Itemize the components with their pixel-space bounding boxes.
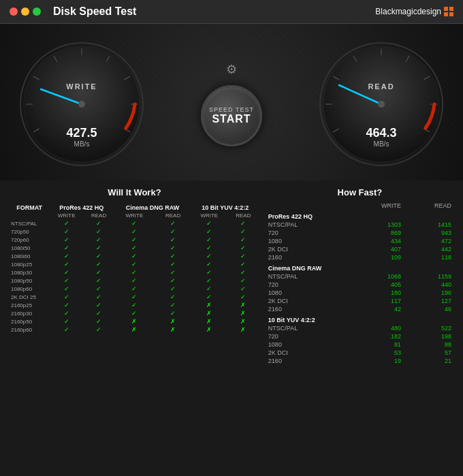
speed-write-value: 480	[347, 324, 403, 332]
speed-write-value: 42	[347, 305, 403, 313]
speed-data-row: 1080 434 472	[266, 237, 453, 245]
speed-section-header: 10 Bit YUV 4:2:2	[266, 313, 453, 324]
speed-label: 2K DCI	[266, 245, 347, 253]
speed-label: NTSC/PAL	[266, 272, 347, 281]
speed-read-value: 472	[403, 237, 453, 245]
table-row: 1080p30✓✓✓✓✓✓	[10, 268, 259, 276]
svg-text:464.3: 464.3	[366, 126, 396, 140]
settings-icon[interactable]: ⚙	[226, 62, 237, 77]
speed-read-value: 943	[403, 229, 453, 237]
svg-text:427.5: 427.5	[66, 126, 97, 140]
check-cell: ✓	[227, 219, 259, 227]
check-cell: ✓	[49, 326, 83, 334]
speed-read-header: READ	[403, 202, 453, 210]
check-cell: ✓	[84, 301, 114, 309]
svg-text:WRITE: WRITE	[66, 82, 97, 91]
check-cell: ✓	[84, 276, 114, 285]
speed-label: NTSC/PAL	[266, 324, 347, 332]
cross-cell: ✗	[227, 317, 259, 326]
compat-col-headers: WRITE READ WRITE READ WRITE READ	[10, 212, 259, 219]
center-controls: ⚙ SPEED TEST START	[201, 62, 262, 146]
check-cell: ✓	[84, 309, 114, 317]
check-cell: ✓	[155, 244, 191, 252]
format-cell: 720p50	[10, 227, 49, 236]
speed-table: WRITE READ ProRes 422 HQ NTSC/PAL 1303 1…	[266, 202, 453, 365]
check-cell: ✓	[191, 285, 227, 293]
check-cell: ✓	[84, 236, 114, 244]
app-title: Disk Speed Test	[53, 5, 136, 18]
speed-label: 2160	[266, 305, 347, 313]
start-button[interactable]: SPEED TEST START	[201, 85, 262, 146]
check-cell: ✓	[155, 309, 191, 317]
speed-label: 720	[266, 229, 347, 237]
table-row: 2K DCI 25✓✓✓✓✓✓	[10, 293, 259, 301]
speed-data-row: 2160 109 118	[266, 253, 453, 261]
compat-table: FORMAT ProRes 422 HQ Cinema DNG RAW 10 B…	[10, 202, 259, 334]
format-cell: 2K DCI 25	[10, 293, 49, 301]
speed-label: 2K DCI	[266, 349, 347, 357]
format-cell: 1080i60	[10, 252, 49, 260]
check-cell: ✓	[114, 252, 155, 260]
speed-data-row: 2160 19 21	[266, 357, 453, 365]
minimize-button[interactable]	[21, 7, 29, 16]
check-cell: ✓	[49, 317, 83, 326]
cross-cell: ✗	[191, 301, 227, 309]
table-row: 2160p50✓✓✗✗✗✗	[10, 317, 259, 326]
speed-data-row: 1080 180 196	[266, 289, 453, 297]
speed-write-value: 405	[347, 281, 403, 289]
check-cell: ✓	[155, 301, 191, 309]
speed-section-header: ProRes 422 HQ	[266, 210, 453, 221]
check-cell: ✓	[49, 301, 83, 309]
format-cell: NTSC/PAL	[10, 219, 49, 227]
svg-point-12	[78, 101, 85, 108]
speed-write-value: 407	[347, 245, 403, 253]
format-header: FORMAT	[10, 202, 49, 212]
check-cell: ✓	[191, 236, 227, 244]
check-cell: ✓	[49, 276, 83, 285]
speed-read-value: 57	[403, 349, 453, 357]
table-row: 1080p50✓✓✓✓✓✓	[10, 276, 259, 285]
check-cell: ✓	[49, 260, 83, 268]
check-cell: ✓	[114, 285, 155, 293]
check-cell: ✓	[191, 244, 227, 252]
title-bar: Disk Speed Test Blackmagicdesign	[0, 0, 463, 24]
format-cell: 1080i50	[10, 244, 49, 252]
format-cell: 1080p25	[10, 260, 49, 268]
svg-point-28	[378, 101, 385, 108]
speed-label: 2160	[266, 253, 347, 261]
check-cell: ✓	[84, 252, 114, 260]
check-cell: ✓	[49, 236, 83, 244]
speed-data-row: 2K DCI 53 57	[266, 349, 453, 357]
check-cell: ✓	[114, 293, 155, 301]
maximize-button[interactable]	[33, 7, 41, 16]
speed-data-row: 1080 81 88	[266, 340, 453, 349]
speed-tbody: ProRes 422 HQ NTSC/PAL 1303 1415 720 869…	[266, 210, 453, 365]
check-cell: ✓	[191, 227, 227, 236]
check-cell: ✓	[191, 252, 227, 260]
speed-read-value: 1415	[403, 221, 453, 229]
speed-data-row: 2K DCI 117 127	[266, 297, 453, 305]
write-h1: WRITE	[49, 212, 83, 219]
check-cell: ✓	[114, 236, 155, 244]
check-cell: ✓	[49, 293, 83, 301]
check-cell: ✓	[227, 227, 259, 236]
speed-data-row: NTSC/PAL 1068 1159	[266, 272, 453, 281]
check-cell: ✓	[227, 244, 259, 252]
will-it-work-title: Will It Work?	[10, 187, 259, 197]
check-cell: ✓	[49, 309, 83, 317]
speed-label: 2K DCI	[266, 297, 347, 305]
how-fast-section: How Fast? WRITE READ ProRes 422 HQ NTSC/…	[266, 187, 453, 365]
speed-write-value: 53	[347, 349, 403, 357]
table-row: 1080i50✓✓✓✓✓✓	[10, 244, 259, 252]
speed-data-row: 2160 42 46	[266, 305, 453, 313]
check-cell: ✓	[155, 219, 191, 227]
format-cell: 1080p60	[10, 285, 49, 293]
speed-label-header	[266, 202, 347, 210]
close-button[interactable]	[10, 7, 18, 16]
speed-label: 1080	[266, 340, 347, 349]
check-cell: ✓	[227, 268, 259, 276]
speed-read-value: 522	[403, 324, 453, 332]
check-cell: ✓	[114, 260, 155, 268]
check-cell: ✓	[155, 285, 191, 293]
format-cell: 1080p30	[10, 268, 49, 276]
